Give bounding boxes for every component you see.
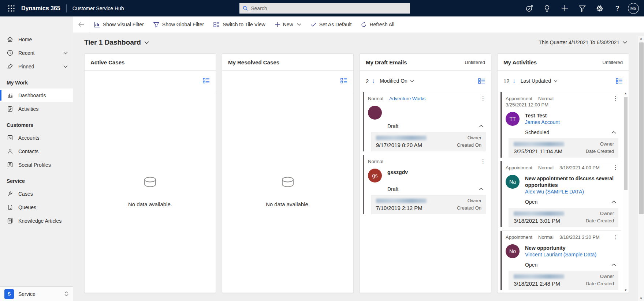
more-options-icon[interactable]: ⋮ (613, 96, 618, 101)
open-list-view-icon[interactable] (203, 78, 210, 83)
more-options-icon[interactable]: ⋮ (480, 159, 486, 164)
sidebar-item-label: Social Profiles (18, 162, 51, 168)
activity-card[interactable]: Appointment Normal 3/18/2021 3:30 PM ⋮ N… (500, 230, 621, 290)
collapse-chevron-icon[interactable] (611, 131, 616, 134)
avatar-initials: MS (630, 6, 637, 11)
pin-icon (7, 63, 13, 70)
regarding-link[interactable]: Vincent Lauriant (Sample Data) (525, 251, 596, 258)
back-button[interactable] (73, 16, 89, 33)
more-options-icon[interactable]: ⋮ (613, 165, 618, 170)
sidebar-item-home[interactable]: Home (0, 33, 73, 46)
more-options-icon[interactable]: ⋮ (480, 96, 486, 101)
clock-icon (7, 50, 13, 56)
time-range-filter[interactable]: This Quarter 4/1/2021 To 6/30/2021 (539, 39, 635, 45)
sidebar-item-dashboards[interactable]: Dashboards (0, 89, 73, 102)
collapse-chevron-icon[interactable] (479, 125, 484, 128)
show-global-filter-button[interactable]: Show Global Filter (149, 16, 209, 33)
show-visual-filter-button[interactable]: Show Visual Filter (89, 16, 149, 33)
activity-card[interactable]: Appointment Normal 3/25/2021 12:00 PM ⋮ … (500, 92, 621, 158)
priority-label: Normal (538, 96, 554, 101)
avatar: TT (506, 112, 520, 126)
sidebar-item-recent[interactable]: Recent (0, 46, 73, 60)
global-search[interactable] (239, 3, 410, 14)
more-options-icon[interactable]: ⋮ (613, 234, 618, 240)
refresh-icon (361, 22, 366, 27)
sidebar-item-pinned[interactable]: Pinned (0, 60, 73, 73)
scrollbar-thumb[interactable] (624, 97, 628, 190)
collapse-chevron-icon[interactable] (611, 200, 616, 203)
sidebar-item-label: Accounts (18, 135, 40, 141)
sidebar-item-contacts[interactable]: Contacts (0, 144, 73, 158)
date-created-label: Date Created (586, 281, 614, 286)
email-card[interactable]: Normal Adventure Works ⋮ (363, 92, 489, 151)
redacted-owner-name (376, 136, 427, 140)
open-list-view-icon[interactable] (340, 78, 347, 83)
activities-scrollbar[interactable]: ▲ ▼ (623, 92, 628, 292)
switch-to-tile-view-button[interactable]: Switch to Tile View (209, 16, 270, 33)
sidebar-item-social-profiles[interactable]: Social Profiles (0, 158, 73, 172)
area-switcher[interactable]: S Service (0, 286, 73, 301)
dashboard-selector[interactable]: Tier 1 Dashboard (84, 38, 149, 46)
state-label: Scheduled (525, 129, 549, 135)
sidebar-item-label: Activities (18, 106, 38, 112)
page-scrollbar[interactable]: ▲ ▼ (638, 36, 644, 301)
date-created-value: 3/18/2021 3:01 PM (514, 218, 564, 224)
collapse-chevron-icon[interactable] (611, 263, 616, 266)
scrollbar-thumb[interactable] (639, 42, 644, 214)
scroll-up-icon[interactable]: ▲ (638, 37, 644, 40)
scroll-down-icon[interactable]: ▼ (623, 289, 628, 292)
activity-type-label: Appointment (506, 96, 532, 101)
lightbulb-icon[interactable] (540, 2, 554, 15)
owner-label: Owner (600, 141, 614, 147)
email-card[interactable]: Normal ⋮ gs gsszgdv (363, 155, 489, 214)
regarding-link[interactable]: Adventure Works (389, 96, 425, 101)
settings-gear-icon[interactable] (593, 2, 607, 15)
sort-field-selector[interactable]: Modified On (380, 78, 414, 84)
search-input[interactable] (251, 5, 407, 11)
filter-icon[interactable] (575, 2, 589, 15)
no-data-text: No data available. (128, 201, 172, 207)
date-created-label: Date Created (586, 148, 614, 154)
queues-icon (7, 204, 13, 211)
regarding-link[interactable]: James Account (525, 119, 560, 126)
brand-title[interactable]: Dynamics 365 (21, 5, 60, 12)
scroll-down-icon[interactable]: ▼ (638, 297, 644, 300)
chevron-down-icon[interactable] (63, 52, 68, 54)
sort-direction-icon[interactable]: ↓ (513, 78, 515, 84)
sidebar-item-cases[interactable]: Cases (0, 187, 73, 200)
sidebar-item-label: Cases (18, 191, 33, 197)
help-icon[interactable]: ? (610, 2, 624, 15)
task-checker-icon[interactable] (522, 2, 536, 15)
add-icon[interactable] (558, 2, 572, 15)
home-icon (7, 36, 13, 43)
open-list-view-icon[interactable] (616, 78, 623, 84)
cases-icon (7, 191, 13, 197)
panel-title: Active Cases (90, 59, 124, 65)
user-avatar[interactable]: MS (628, 3, 639, 14)
sidebar-item-queues[interactable]: Queues (0, 200, 73, 214)
waffle-menu-icon[interactable] (5, 2, 18, 15)
open-list-view-icon[interactable] (478, 78, 485, 84)
created-on-value: 9/17/2019 8:20 AM (376, 142, 427, 148)
sort-direction-icon[interactable]: ↓ (372, 78, 375, 84)
collapse-chevron-icon[interactable] (479, 188, 484, 191)
sidebar-item-knowledge-articles[interactable]: Knowledge Articles (0, 214, 73, 227)
activity-card[interactable]: Appointment Normal 3/18/2021 4:00 PM ⋮ N… (500, 161, 621, 227)
activity-type-label: Appointment (506, 234, 532, 240)
app-name[interactable]: Customer Service Hub (72, 5, 124, 11)
refresh-all-button[interactable]: Refresh All (356, 16, 399, 33)
scroll-up-icon[interactable]: ▲ (623, 92, 628, 95)
new-button[interactable]: New (270, 16, 306, 33)
sidebar-item-activities[interactable]: Activities (0, 102, 73, 116)
regarding-link[interactable]: Alex Wu (SAMPLE DATA) (525, 188, 619, 195)
area-label: Service (18, 291, 36, 297)
site-map-sidebar: Home Recent Pinned My Work (0, 16, 73, 301)
card-title: New appointment to discuss several oppor… (525, 175, 619, 188)
chevron-down-icon[interactable] (297, 23, 301, 26)
collapse-sitemap-icon[interactable] (0, 16, 18, 33)
visual-filter-icon (94, 22, 100, 27)
sort-field-selector[interactable]: Last Updated (521, 78, 558, 84)
chevron-down-icon[interactable] (63, 65, 68, 68)
set-as-default-button[interactable]: Set As Default (306, 16, 357, 33)
sidebar-item-accounts[interactable]: Accounts (0, 131, 73, 144)
